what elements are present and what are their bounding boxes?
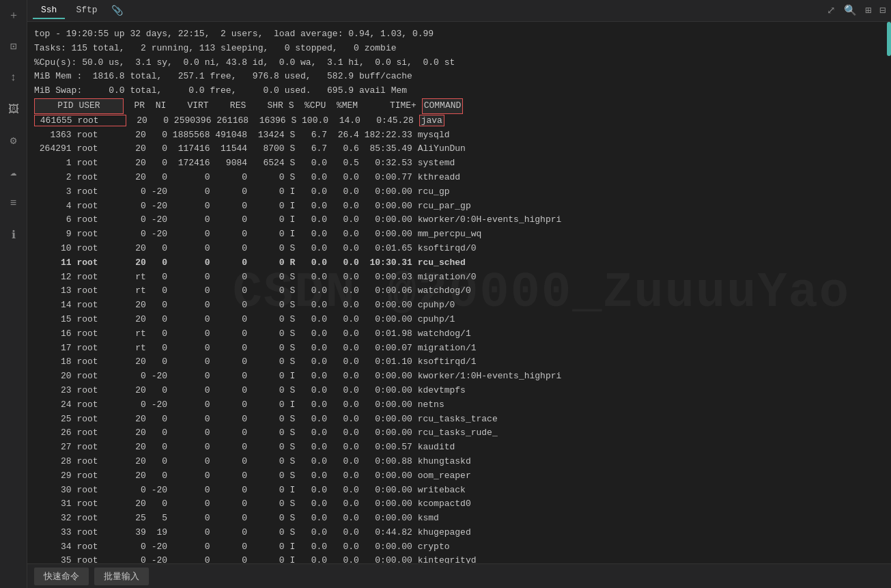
terminal-output: top - 19:20:55 up 32 days, 22:15, 2 user… (34, 27, 884, 563)
sidebar: ＋ ⊡ ↕ 🖼 ⚙ ☁ ≡ ℹ (0, 0, 27, 588)
minimize-icon[interactable]: ⊟ (879, 4, 886, 17)
sidebar-icon-sessions[interactable]: ⊡ (4, 37, 23, 56)
sidebar-icon-cloud[interactable]: ☁ (4, 163, 23, 182)
scrollbar-thumb[interactable] (887, 22, 891, 56)
tab-sftp[interactable]: Sftp (68, 2, 105, 19)
batch-input-button[interactable]: 批量输入 (94, 568, 149, 585)
main-area: Ssh Sftp 📎 ⤢ 🔍 ⊞ ⊟ CSDN @20000_ZuuuuYao … (27, 0, 891, 588)
search-icon[interactable]: 🔍 (844, 4, 857, 17)
sidebar-icon-settings[interactable]: ⚙ (4, 131, 23, 150)
tab-bar: Ssh Sftp 📎 ⤢ 🔍 ⊞ ⊟ (27, 0, 891, 22)
attach-icon[interactable]: 📎 (111, 5, 123, 16)
expand-icon[interactable]: ⤢ (827, 4, 836, 17)
sidebar-icon-info[interactable]: ℹ (4, 225, 23, 244)
bottom-bar: 快速命令 批量输入 (27, 563, 891, 588)
terminal-area[interactable]: CSDN @20000_ZuuuuYao top - 19:20:55 up 3… (27, 22, 891, 563)
scrollbar-track (887, 22, 891, 563)
tab-ssh[interactable]: Ssh (33, 2, 65, 19)
sidebar-icon-image[interactable]: 🖼 (4, 100, 23, 119)
sidebar-icon-transfer[interactable]: ↕ (4, 68, 23, 87)
quick-command-button[interactable]: 快速命令 (34, 568, 89, 585)
sidebar-icon-list[interactable]: ≡ (4, 194, 23, 213)
grid-icon[interactable]: ⊞ (865, 4, 871, 17)
sidebar-icon-add[interactable]: ＋ (4, 5, 23, 25)
tab-bar-controls: ⤢ 🔍 ⊞ ⊟ (827, 4, 886, 17)
